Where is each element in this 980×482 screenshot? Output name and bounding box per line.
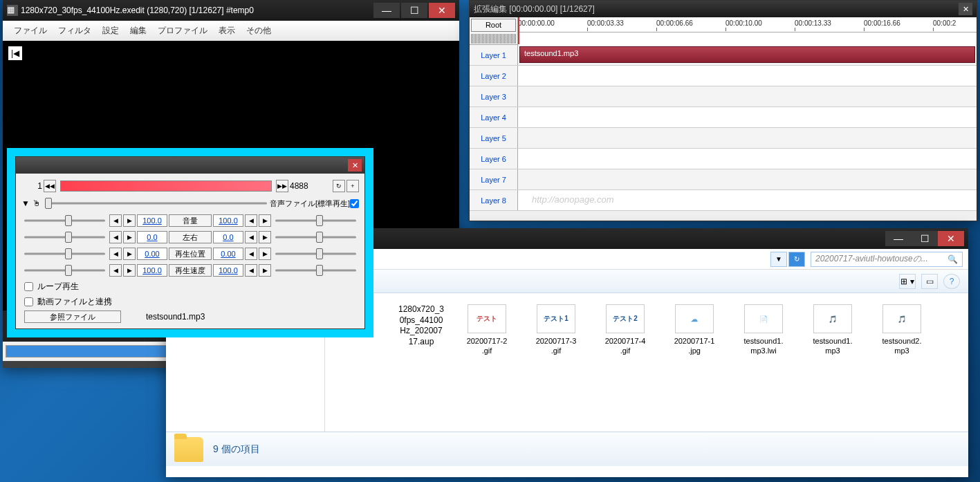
param-inc-button[interactable]: ▶ — [123, 214, 136, 227]
sound-enable-checkbox[interactable] — [350, 199, 359, 208]
layer-track[interactable] — [518, 86, 977, 106]
param-slider-left[interactable] — [21, 264, 108, 277]
timeline-titlebar[interactable]: 拡張編集 [00:00:00.00] [1/12627] ✕ — [470, 1, 977, 17]
file-item[interactable]: 🎵 testsound2.mp3 — [867, 300, 936, 360]
param-name-button[interactable]: 再生速度 — [169, 264, 212, 277]
layer-label[interactable]: Layer 6 — [470, 149, 518, 169]
breadcrumb-dropdown-icon[interactable]: ▼ — [770, 252, 787, 267]
param-value-right[interactable]: 0.0 — [213, 231, 243, 243]
param-value-right[interactable]: 100.0 — [213, 214, 243, 227]
menu-filter[interactable]: フィルタ — [53, 24, 97, 38]
param-inc-button[interactable]: ▶ — [123, 264, 136, 277]
param-slider-left[interactable] — [21, 214, 108, 227]
param-slider-left[interactable] — [21, 248, 108, 260]
menu-file[interactable]: ファイル — [8, 24, 53, 38]
file-item[interactable]: 1280x720_3 0fps_44100 Hz_202007 17.aup — [390, 300, 452, 360]
file-item[interactable]: 🎵 testsound1.mp3 — [798, 300, 867, 360]
expand-icon[interactable]: ▼ — [21, 198, 30, 208]
search-input[interactable]: 20200717-aviutl-howtouseの... 🔍 — [811, 252, 963, 267]
param-name-button[interactable]: 左右 — [169, 231, 212, 243]
close-button[interactable]: ✕ — [429, 3, 455, 18]
file-item[interactable]: テスト2 20200717-4.gif — [591, 300, 660, 360]
param-value-left[interactable]: 100.0 — [137, 214, 167, 227]
menu-settings[interactable]: 設定 — [97, 24, 124, 38]
sound-panel-close-icon[interactable]: ✕ — [348, 159, 362, 172]
param-name-button[interactable]: 再生位置 — [169, 248, 212, 260]
view-options-button[interactable]: ⊞ ▾ — [899, 274, 916, 289]
param-slider-right[interactable] — [272, 214, 359, 227]
menu-edit[interactable]: 編集 — [124, 24, 152, 38]
layer-label[interactable]: Layer 5 — [470, 128, 518, 148]
layer-track[interactable] — [518, 149, 977, 169]
param-inc-button[interactable]: ▶ — [123, 248, 136, 260]
file-item[interactable]: テスト1 20200717-3.gif — [521, 300, 591, 360]
layer-track[interactable] — [518, 66, 977, 86]
layer-track[interactable] — [518, 107, 977, 127]
aviutl-titlebar[interactable]: ▦ 1280x720_30fps_44100Hz.exedit (1280,72… — [3, 0, 459, 21]
param-inc-button[interactable]: ▶ — [259, 214, 271, 227]
param-dec-button[interactable]: ◀ — [109, 214, 122, 227]
layer-label[interactable]: Layer 2 — [470, 66, 518, 86]
param-dec-button[interactable]: ◀ — [109, 231, 122, 243]
layer-track[interactable] — [518, 169, 977, 189]
reload-button[interactable]: ↻ — [333, 180, 345, 192]
layer-label[interactable]: Layer 7 — [470, 169, 518, 189]
param-inc-button[interactable]: ▶ — [259, 231, 271, 243]
param-slider-right[interactable] — [272, 264, 359, 277]
param-slider-right[interactable] — [272, 231, 359, 243]
param-dec-button[interactable]: ◀ — [245, 214, 257, 227]
layer-label[interactable]: Layer 1 — [470, 45, 518, 65]
param-inc-button[interactable]: ▶ — [259, 248, 271, 260]
layer-track[interactable]: testsound1.mp3 — [518, 45, 977, 65]
sound-panel-titlebar[interactable]: ✕ — [16, 157, 364, 174]
timeline-clip[interactable]: testsound1.mp3 — [519, 46, 975, 63]
frame-end-next-button[interactable]: ▶▶ — [276, 180, 288, 192]
param-inc-button[interactable]: ▶ — [259, 264, 271, 277]
maximize-button[interactable]: ☐ — [401, 3, 427, 18]
param-dec-button[interactable]: ◀ — [245, 264, 257, 277]
param-dec-button[interactable]: ◀ — [109, 264, 122, 277]
param-name-button[interactable]: 音量 — [169, 214, 212, 227]
param-dec-button[interactable]: ◀ — [245, 231, 257, 243]
param-dec-button[interactable]: ◀ — [109, 248, 122, 260]
layer-label[interactable]: Layer 8 — [470, 190, 518, 210]
file-item[interactable]: テスト 20200717-2.gif — [452, 300, 521, 360]
param-inc-button[interactable]: ▶ — [123, 231, 136, 243]
files-pane[interactable]: old 1280x720_3 0fps_44100 Hz_202007 17.a… — [325, 293, 968, 432]
file-item[interactable]: ☁ 20200717-1.jpg — [660, 300, 729, 360]
link-video-checkbox[interactable] — [24, 297, 33, 306]
timeline-close-button[interactable]: ✕ — [959, 3, 972, 15]
param-slider-right[interactable] — [272, 248, 359, 260]
menu-profile[interactable]: プロファイル — [152, 24, 213, 38]
layer-label[interactable]: Layer 4 — [470, 107, 518, 127]
param-value-left[interactable]: 100.0 — [137, 264, 167, 277]
explorer-minimize-button[interactable]: — — [885, 231, 912, 246]
help-button[interactable]: ? — [943, 274, 960, 289]
param-slider-left[interactable] — [21, 231, 108, 243]
reference-file-button[interactable]: 参照ファイル — [24, 310, 121, 323]
root-button[interactable]: Root — [471, 19, 516, 32]
layer-track[interactable]: http://aonopage.com — [518, 190, 977, 210]
preview-pane-button[interactable]: ▭ — [921, 274, 938, 289]
refresh-button[interactable]: ↻ — [788, 252, 805, 267]
menu-other[interactable]: その他 — [241, 24, 277, 38]
layer-track[interactable] — [518, 128, 977, 148]
param-value-left[interactable]: 0.00 — [137, 248, 167, 260]
param-dec-button[interactable]: ◀ — [245, 248, 257, 260]
minimize-button[interactable]: — — [373, 3, 400, 18]
param-value-right[interactable]: 100.0 — [213, 264, 243, 277]
rewind-icon[interactable]: |◀ — [8, 46, 22, 60]
playhead[interactable] — [518, 17, 519, 44]
layer-label[interactable]: Layer 3 — [470, 86, 518, 106]
loop-checkbox[interactable] — [24, 282, 33, 291]
header-slider[interactable] — [44, 197, 270, 210]
explorer-maximize-button[interactable]: ☐ — [912, 231, 938, 246]
add-button[interactable]: + — [346, 180, 359, 192]
menu-view[interactable]: 表示 — [213, 24, 241, 38]
frame-range-bar[interactable] — [60, 180, 272, 192]
param-value-left[interactable]: 0.0 — [137, 231, 167, 243]
file-item[interactable]: 📄 testsound1.mp3.lwi — [729, 300, 798, 360]
param-value-right[interactable]: 0.00 — [213, 248, 243, 260]
explorer-close-button[interactable]: ✕ — [938, 231, 964, 246]
timeline-ruler[interactable]: 00:00:00.0000:00:03.3300:00:06.6600:00:1… — [518, 17, 977, 44]
